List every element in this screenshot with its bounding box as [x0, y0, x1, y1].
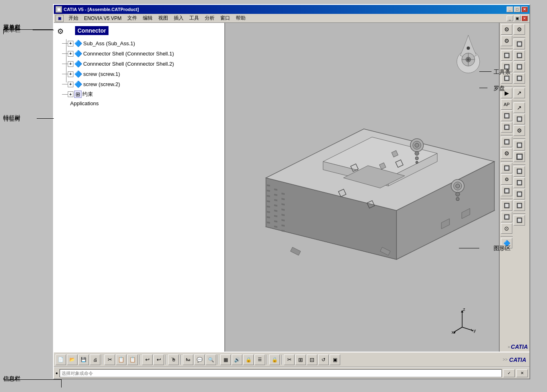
menu-window[interactable]: 窗口 [218, 14, 233, 22]
menu-help[interactable]: 帮助 [233, 14, 248, 22]
svg-line-63 [454, 327, 462, 332]
toolbar-btn-r4[interactable]: 🔲 [514, 62, 525, 72]
tree-item-screw1[interactable]: + 🔷 screw (screw.1) [66, 70, 223, 78]
formula-btn[interactable]: fω [183, 354, 193, 365]
svg-text:z: z [463, 307, 465, 312]
expand-constraints[interactable]: + [68, 91, 73, 97]
toolbar-btn-r6[interactable]: ↗ [514, 88, 525, 98]
toolbar-btn-14[interactable]: 🔲 [501, 186, 512, 196]
menu-file[interactable]: 文件 [125, 14, 140, 22]
tree-root-label[interactable]: Connector [75, 26, 109, 35]
maximize-button[interactable]: □ [514, 7, 520, 12]
status-ok-btn[interactable]: ✓ [503, 369, 515, 377]
minimize-button[interactable]: _ [507, 7, 513, 12]
status-dot: ● [55, 371, 58, 375]
toolbar-btn-13[interactable]: ⚙ [501, 174, 512, 185]
save-btn[interactable]: 💾 [78, 354, 89, 365]
toolbar-btn-r7[interactable]: ↗ [514, 102, 525, 113]
connector-model [241, 55, 499, 284]
window-btn[interactable]: ▣ [330, 354, 340, 365]
lock2-btn[interactable]: 🔒 [269, 354, 280, 365]
toolbar-btn-9[interactable]: 🔲 [501, 122, 512, 133]
paste-btn[interactable]: 📋 [127, 354, 138, 365]
toolbar-btn-2[interactable]: ⚙ [501, 35, 512, 46]
scissors-btn[interactable]: ✂ [284, 354, 295, 365]
toolbar-btn-10[interactable]: 🔲 [501, 137, 512, 147]
toolbar-btn-7[interactable]: AP [501, 99, 512, 110]
toolbar-btn-r9[interactable]: ⚙ [514, 125, 525, 136]
open-btn[interactable]: 📂 [67, 354, 78, 365]
status-cancel-btn[interactable]: ✕ [516, 369, 528, 377]
expand-shell1[interactable]: + [68, 51, 73, 57]
cut-btn[interactable]: ✂ [104, 354, 115, 365]
tree-item-applications[interactable]: Applications [70, 100, 223, 107]
toolbar-btn-r15[interactable]: 🔲 [514, 200, 525, 211]
more-btn[interactable]: >> [503, 357, 508, 362]
menu-start[interactable]: 开始 [66, 14, 81, 22]
menu-tools[interactable]: 工具 [187, 14, 202, 22]
toolbar-btn-15[interactable]: 🔲 [501, 200, 512, 211]
svg-line-66 [462, 327, 472, 330]
toolbar-btn-r12[interactable]: 🔲 [514, 166, 525, 177]
undo-btn[interactable]: ↩ [142, 354, 153, 365]
list-btn[interactable]: ☰ [255, 354, 265, 365]
redo-btn[interactable]: ↩ [153, 354, 164, 365]
plus-btn[interactable]: ⊞ [295, 354, 306, 365]
search-btn[interactable]: 🔍 [206, 354, 216, 365]
toolbar-btn-r11[interactable]: 🔲 [514, 151, 525, 162]
expand-screw2[interactable]: + [68, 82, 73, 87]
menu-insert[interactable]: 插入 [171, 14, 186, 22]
toolbar-btn-r14[interactable]: 🔲 [514, 189, 525, 199]
rotate-btn[interactable]: ↺ [318, 354, 329, 365]
expand-screw1[interactable]: + [68, 71, 73, 77]
inner-minimize-button[interactable]: _ [507, 16, 513, 21]
bottom-toolbar: 📄 📂 💾 🖨 ✂ 📋 📋 ↩ ↩ 🖱 fω 💬 🔍 ▦ 🔊 🔒 ☰ 🔒 ✂ ⊞… [54, 352, 529, 367]
tree-item-shell1[interactable]: + 🔷 Connnector Shell (Connnector Shell.1… [66, 49, 223, 58]
tree-item-subass[interactable]: + 🔷 Sub_Ass (Sub_Ass.1) [66, 39, 223, 48]
print-btn[interactable]: 🖨 [90, 354, 100, 365]
toolbar-btn-r8[interactable]: 🔲 [514, 114, 525, 124]
lock-btn[interactable]: 🔒 [243, 354, 254, 365]
tree-label-shell2: Connnector Shell (Connnector Shell.2) [83, 61, 174, 67]
tree-item-shell2[interactable]: + 🔷 Connnector Shell (Connnector Shell.2… [66, 60, 223, 68]
toolbar-btn-17[interactable]: ⊙ [501, 223, 512, 234]
grid-btn[interactable]: ▦ [220, 354, 231, 365]
inner-close-button[interactable]: ✕ [521, 16, 528, 21]
copy-btn[interactable]: 📋 [116, 354, 126, 365]
menu-view[interactable]: 视图 [156, 14, 171, 22]
toolbar-btn-r10[interactable]: 🔲 [514, 140, 525, 151]
toolbar-btn-12[interactable]: 🔲 [501, 163, 512, 173]
toolbar-btn-3[interactable]: 🔲 [501, 50, 512, 61]
svg-point-43 [415, 143, 419, 147]
select-btn[interactable]: 🖱 [168, 354, 179, 365]
toolbar-btn-8[interactable]: 🔲 [501, 111, 512, 121]
toolbar-btn-r13[interactable]: 🔲 [514, 177, 525, 188]
inner-restore-button[interactable]: ▣ [514, 16, 520, 21]
toolbar-btn-16[interactable]: 🔲 [501, 212, 512, 222]
toolbar-btn-r16[interactable]: 🔲 [514, 215, 525, 226]
menu-bar: ▣ 开始 ENOVIA V5 VPM 文件 编辑 视图 插入 工具 分析 窗口 … [54, 14, 529, 23]
tree-item-constraints[interactable]: + ⊞ 约束 [66, 90, 223, 98]
catia-brand: CATIA [511, 343, 528, 350]
toolbar-btn-r3[interactable]: 🔲 [514, 50, 525, 61]
toolbar-btn-1[interactable]: ⚙ [501, 24, 512, 35]
sound-btn[interactable]: 🔊 [232, 354, 242, 365]
menu-enovia[interactable]: ENOVIA V5 VPM [82, 15, 124, 22]
menu-edit[interactable]: 编辑 [140, 14, 155, 22]
toolbar-btn-r2[interactable]: 🔲 [514, 39, 525, 49]
minus-btn[interactable]: ⊟ [307, 354, 317, 365]
new-btn[interactable]: 📄 [55, 354, 66, 365]
speech-btn[interactable]: 💬 [194, 354, 205, 365]
expand-subass[interactable]: + [68, 41, 73, 47]
toolbar-btn-11[interactable]: ⚙ [501, 148, 512, 159]
expand-shell2[interactable]: + [68, 61, 73, 67]
close-button[interactable]: ✕ [521, 7, 528, 12]
viewport[interactable]: z x y [225, 23, 499, 352]
menu-analyze[interactable]: 分析 [202, 14, 217, 22]
toolbar-btn-r1[interactable]: ⚙ [514, 24, 525, 35]
catia-logo-bottom: CATIA [509, 357, 526, 363]
app-icon: ▣ [55, 6, 62, 13]
toolbar-btn-r5[interactable]: 🔲 [514, 73, 525, 84]
status-input[interactable] [60, 369, 502, 377]
tree-item-screw2[interactable]: + 🔷 screw (screw.2) [66, 80, 223, 89]
